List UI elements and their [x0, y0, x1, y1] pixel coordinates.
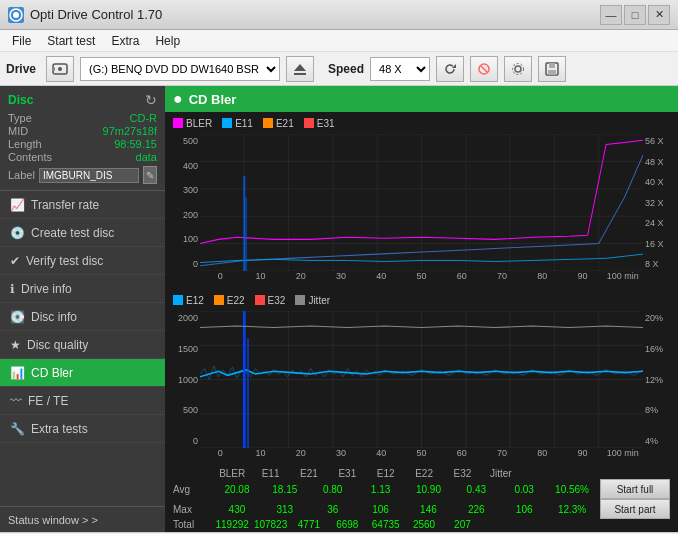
cd-bler-icon: 📊	[10, 366, 25, 380]
sidebar-item-disc-quality[interactable]: ★ Disc quality	[0, 331, 165, 359]
stats-max-e12: 146	[405, 504, 453, 515]
stats-col-e22: E22	[405, 468, 443, 479]
chart-title: CD Bler	[189, 92, 237, 107]
stats-total-e32: 207	[443, 519, 481, 530]
top-xaxis: 0 10 20 30 40 50 60 70 80 90 100 min	[200, 271, 643, 289]
stats-total-e11: 107823	[251, 519, 289, 530]
start-full-button[interactable]: Start full	[600, 479, 670, 499]
disc-contents-row: Contents data	[8, 151, 157, 163]
sidebar-label-verify-test-disc: Verify test disc	[26, 254, 103, 268]
stats-avg-label: Avg	[173, 484, 213, 495]
stats-col-jitter: Jitter	[482, 468, 520, 479]
verify-test-disc-icon: ✔	[10, 254, 20, 268]
sidebar-label-fe-te: FE / TE	[28, 394, 68, 408]
svg-marker-5	[294, 64, 306, 71]
sidebar-item-fe-te[interactable]: 〰 FE / TE	[0, 387, 165, 415]
top-chart-canvas	[200, 134, 643, 271]
stats-max-e11: 313	[261, 504, 309, 515]
svg-point-1	[13, 12, 19, 18]
legend-e22: E22	[214, 295, 245, 306]
erase-button[interactable]	[470, 56, 498, 82]
app-icon	[8, 7, 24, 23]
stats-avg-e31: 1.13	[357, 484, 405, 495]
close-button[interactable]: ✕	[648, 5, 670, 25]
stats-max-bler: 430	[213, 504, 261, 515]
stats-total-e21: 4771	[290, 519, 328, 530]
refresh-button[interactable]	[436, 56, 464, 82]
stats-max-e31: 106	[357, 504, 405, 515]
svg-point-3	[58, 67, 62, 71]
minimize-button[interactable]: —	[600, 5, 622, 25]
menu-file[interactable]: File	[4, 32, 39, 50]
legend-bler: BLER	[173, 118, 212, 129]
extra-tests-icon: 🔧	[10, 422, 25, 436]
stats-col-e12: E12	[367, 468, 405, 479]
speed-select[interactable]: 48 X	[370, 57, 430, 81]
disc-label-input[interactable]	[39, 168, 139, 183]
legend-e32: E32	[255, 295, 286, 306]
e32-color	[255, 295, 265, 305]
disc-type-key: Type	[8, 112, 32, 124]
disc-refresh-icon[interactable]: ↻	[145, 92, 157, 108]
drive-select[interactable]: (G:) BENQ DVD DD DW1640 BSRB	[80, 57, 280, 81]
top-chart-svg	[200, 134, 643, 271]
chart-header: ● CD Bler	[165, 86, 678, 112]
start-part-button[interactable]: Start part	[600, 499, 670, 519]
sidebar-item-verify-test-disc[interactable]: ✔ Verify test disc	[0, 247, 165, 275]
menu-help[interactable]: Help	[147, 32, 188, 50]
e31-label: E31	[317, 118, 335, 129]
disc-quality-icon: ★	[10, 338, 21, 352]
bottom-chart-canvas	[200, 311, 643, 448]
eject-button[interactable]	[286, 56, 314, 82]
svg-point-11	[513, 63, 524, 74]
bler-label: BLER	[186, 118, 212, 129]
disc-length-key: Length	[8, 138, 42, 150]
stats-col-e21: E21	[290, 468, 328, 479]
stats-max-label: Max	[173, 504, 213, 515]
sidebar-label-cd-bler: CD Bler	[31, 366, 73, 380]
bottom-xaxis: 0 10 20 30 40 50 60 70 80 90 100 min	[200, 448, 643, 466]
stats-max-e32: 106	[500, 504, 548, 515]
disc-mid-val: 97m27s18f	[103, 125, 157, 137]
stats-col-e32: E32	[443, 468, 481, 479]
e12-label: E12	[186, 295, 204, 306]
stats-total-bler: 119292	[213, 519, 251, 530]
disc-panel: Disc ↻ Type CD-R MID 97m27s18f Length 98…	[0, 86, 165, 191]
top-chart: 500 400 300 200 100 0	[165, 134, 678, 271]
svg-rect-13	[549, 63, 555, 68]
drive-icon	[46, 56, 74, 82]
status-window-button[interactable]: Status window > >	[0, 506, 165, 532]
disc-panel-header: Disc ↻	[8, 92, 157, 108]
app-title: Opti Drive Control 1.70	[30, 7, 162, 22]
speed-label: Speed	[328, 62, 364, 76]
legend-e12: E12	[173, 295, 204, 306]
disc-label-btn[interactable]: ✎	[143, 166, 157, 184]
bottom-chart: 2000 1500 1000 500 0	[165, 311, 678, 448]
menu-start-test[interactable]: Start test	[39, 32, 103, 50]
menu-extra[interactable]: Extra	[103, 32, 147, 50]
bottom-legend: E12 E22 E32 Jitter	[165, 289, 678, 311]
stats-total-label: Total	[173, 519, 213, 530]
save-button[interactable]	[538, 56, 566, 82]
svg-rect-14	[548, 70, 556, 75]
svg-point-10	[515, 66, 521, 72]
sidebar-item-drive-info[interactable]: ℹ Drive info	[0, 275, 165, 303]
stats-table: BLER E11 E21 E31 E12 E22 E32 Jitter Avg …	[165, 466, 678, 532]
maximize-button[interactable]: □	[624, 5, 646, 25]
legend-e31: E31	[304, 118, 335, 129]
sidebar-item-disc-info[interactable]: 💽 Disc info	[0, 303, 165, 331]
settings-button[interactable]	[504, 56, 532, 82]
sidebar-item-create-test-disc[interactable]: 💿 Create test disc	[0, 219, 165, 247]
svg-line-9	[481, 66, 487, 72]
sidebar-item-transfer-rate[interactable]: 📈 Transfer rate	[0, 191, 165, 219]
stats-avg-e32: 0.03	[500, 484, 548, 495]
sidebar-item-extra-tests[interactable]: 🔧 Extra tests	[0, 415, 165, 443]
drive-info-icon: ℹ	[10, 282, 15, 296]
disc-label-key: Label	[8, 169, 35, 181]
disc-info-icon: 💽	[10, 310, 25, 324]
stats-max-e21: 36	[309, 504, 357, 515]
sidebar-item-cd-bler[interactable]: 📊 CD Bler	[0, 359, 165, 387]
stats-avg-e11: 18.15	[261, 484, 309, 495]
chart-header-icon: ●	[173, 90, 183, 108]
disc-length-row: Length 98:59.15	[8, 138, 157, 150]
